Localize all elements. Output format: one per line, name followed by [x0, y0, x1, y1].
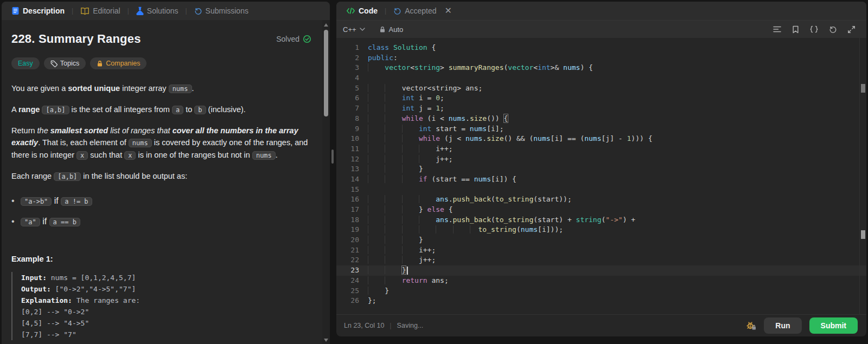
code-line[interactable]: 10 while (j < nums.size() && (nums[i] ==… — [336, 134, 866, 144]
code-line[interactable]: 19 to_string(nums[i])); — [336, 225, 866, 235]
tab-solutions[interactable]: Solutions — [134, 7, 181, 15]
tab-code[interactable]: Code — [344, 7, 380, 15]
line-number: 6 — [336, 93, 359, 103]
autocomplete-toggle[interactable]: Auto — [379, 25, 404, 34]
editor-toolbar-icons — [773, 25, 856, 34]
tab-accepted[interactable]: Accepted ✕ — [391, 7, 454, 15]
scroll-up-icon[interactable] — [324, 23, 328, 27]
left-scrollbar-thumb[interactable] — [324, 30, 328, 116]
solutions-icon — [136, 7, 144, 15]
editor-scrollbar-thumb[interactable] — [861, 84, 865, 93]
code-line[interactable]: 24 return ans; — [336, 276, 866, 286]
solved-check-icon — [303, 35, 311, 43]
code-line[interactable]: 11 i++; — [336, 144, 866, 154]
editor-statusbar: Ln 23, Col 10 | Saving... Run Submit — [336, 314, 866, 336]
solved-status: Solved — [276, 35, 311, 43]
close-icon[interactable]: ✕ — [445, 7, 452, 15]
reset-icon[interactable] — [829, 25, 837, 34]
line-number: 17 — [336, 205, 359, 215]
lock-icon — [97, 60, 103, 67]
code-line[interactable]: 5 vector<string> ans; — [336, 83, 866, 94]
line-number: 15 — [336, 185, 359, 195]
panel-resize-handle[interactable] — [331, 150, 334, 164]
code-line[interactable]: 3 vector<string> summaryRanges(vector<in… — [336, 63, 866, 73]
line-number: 14 — [336, 174, 359, 185]
scroll-down-icon[interactable] — [324, 339, 328, 342]
badge-companies[interactable]: Companies — [90, 57, 146, 69]
description-tabbar: Description|Editorial|Solutions|Submissi… — [2, 2, 330, 20]
code-line[interactable]: 20 } — [336, 235, 866, 245]
code-panel: Code | Accepted ✕ C++ Auto — [336, 2, 866, 336]
tab-submissions[interactable]: Submissions — [192, 7, 251, 15]
line-number: 24 — [336, 276, 359, 286]
code-line[interactable]: 7 int j = 1; — [336, 103, 866, 114]
code-line[interactable]: 15 — [336, 185, 866, 195]
example-line: Explanation: The ranges are: — [21, 295, 311, 306]
problem-description: You are given a sorted unique integer ar… — [11, 82, 311, 183]
line-number: 22 — [336, 255, 359, 265]
debugger-lock-icon[interactable] — [745, 321, 756, 330]
code-line[interactable]: 25 } — [336, 286, 866, 296]
run-button[interactable]: Run — [764, 317, 801, 334]
code-line[interactable]: 13 } — [336, 164, 866, 174]
code-line[interactable]: 21 i++; — [336, 245, 866, 256]
code-line[interactable]: 26}; — [336, 296, 866, 306]
list-item: "a->b" if a != b — [11, 196, 311, 207]
editor-scrollbar[interactable] — [859, 38, 866, 314]
code-line[interactable]: 8 while (i < nums.size()) { — [336, 114, 866, 124]
bookmark-icon[interactable] — [792, 25, 799, 34]
cursor-position: Ln 23, Col 10 — [344, 322, 384, 329]
code-editor[interactable]: 1class Solution {2public:3 vector<string… — [336, 38, 866, 314]
line-number: 8 — [336, 114, 359, 124]
editor-toolbar: C++ Auto — [336, 20, 866, 38]
tab-description[interactable]: Description — [9, 7, 67, 15]
editor-scrollbar-mark[interactable] — [861, 230, 865, 239]
left-scrollbar[interactable] — [322, 20, 330, 344]
code-line[interactable]: 1class Solution { — [336, 43, 866, 53]
example-line: Output: ["0->2","4->5","7"] — [21, 283, 311, 295]
line-number: 13 — [336, 164, 359, 174]
expand-icon[interactable] — [847, 25, 856, 34]
code-line[interactable]: 23 } — [336, 265, 866, 276]
braces-icon[interactable] — [809, 25, 819, 33]
code-line[interactable]: 16 ans.push_back(to_string(start)); — [336, 194, 866, 205]
lock-icon — [379, 26, 386, 33]
code-line[interactable]: 18 ans.push_back(to_string(start) + stri… — [336, 215, 866, 225]
line-number: 16 — [336, 194, 359, 205]
code-line[interactable]: 9 int start = nums[i]; — [336, 124, 866, 134]
format-icon[interactable] — [773, 25, 782, 33]
example-line: [4,5] --> "4->5" — [21, 317, 311, 329]
line-number: 3 — [336, 63, 359, 73]
code-line[interactable]: 17 } else { — [336, 205, 866, 215]
submit-button[interactable]: Submit — [809, 317, 858, 334]
code-line[interactable]: 22 j++; — [336, 255, 866, 265]
autocomplete-label: Auto — [389, 25, 404, 34]
text-cursor — [407, 267, 408, 275]
example-heading: Example 1: — [11, 255, 311, 263]
code-tabbar: Code | Accepted ✕ — [336, 2, 866, 20]
badge-easy[interactable]: Easy — [11, 57, 40, 69]
code-line[interactable]: 6 int i = 0; — [336, 93, 866, 103]
line-number: 23 — [336, 265, 359, 276]
list-item: "a" if a == b — [11, 216, 311, 228]
code-line[interactable]: 12 j++; — [336, 154, 866, 165]
badge-row: EasyTopicsCompanies — [11, 57, 311, 69]
line-number: 26 — [336, 296, 359, 306]
chevron-down-icon — [360, 28, 365, 31]
line-number: 25 — [336, 286, 359, 296]
saving-status: Saving... — [397, 322, 424, 329]
page-title: 228. Summary Ranges — [11, 32, 141, 46]
tab-editorial[interactable]: Editorial — [78, 7, 123, 15]
line-number: 19 — [336, 225, 359, 235]
badge-topics[interactable]: Topics — [44, 57, 86, 69]
history-icon — [393, 7, 401, 15]
code-icon — [346, 7, 355, 15]
line-number: 7 — [336, 103, 359, 114]
submissions-icon — [194, 7, 202, 15]
code-line[interactable]: 4 — [336, 73, 866, 83]
example-block: Input: nums = [0,1,2,4,5,7]Output: ["0->… — [11, 272, 311, 340]
code-line[interactable]: 2public: — [336, 53, 866, 63]
tab-code-label: Code — [359, 7, 378, 15]
language-select[interactable]: C++ — [343, 25, 365, 34]
code-line[interactable]: 14 if (start == nums[i]) { — [336, 174, 866, 185]
